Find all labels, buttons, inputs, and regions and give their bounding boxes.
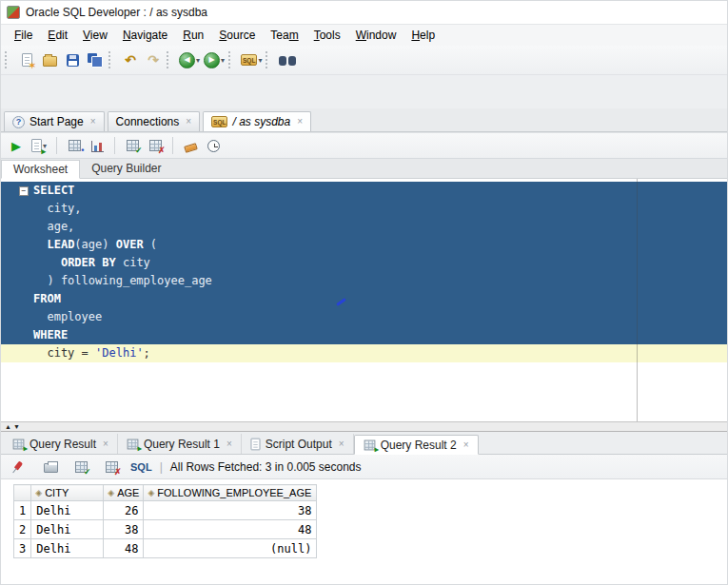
redo-button[interactable]: ↷ [142, 49, 165, 71]
cell-following-employee-age[interactable]: 48 [144, 520, 317, 539]
run-script-button[interactable]: ▸▾ [28, 134, 50, 157]
tab-label: Start Page [30, 115, 84, 128]
menu-run[interactable]: Run [175, 26, 211, 45]
result-arrow-icon: ▸ [138, 444, 142, 452]
code-line: LEAD(age) OVER ( [1, 236, 727, 254]
menu-navigate[interactable]: Navigate [115, 26, 175, 45]
grid-corner-cell[interactable] [14, 485, 31, 501]
back-button[interactable]: ◀▾ [177, 49, 202, 71]
document-tabs: ? Start Page × Connections × SQL / as sy… [1, 108, 727, 132]
forward-button[interactable]: ▶▾ [202, 49, 226, 71]
toolbar-drag-handle [228, 51, 235, 68]
back-dropdown-icon[interactable]: ▾ [196, 56, 200, 65]
help-question-icon: ? [12, 116, 25, 128]
code-token: (age) [74, 238, 115, 251]
table-row[interactable]: 1 Delhi 26 38 [14, 501, 317, 520]
check-icon: ✓ [135, 146, 143, 155]
cell-following-employee-age[interactable]: (null) [144, 539, 317, 558]
code-token [33, 256, 61, 269]
close-tab-icon[interactable]: × [463, 440, 469, 450]
close-tab-icon[interactable]: × [186, 117, 191, 127]
code-token: ) following_employee_age [33, 274, 212, 287]
code-token: ; [144, 346, 150, 360]
menu-file[interactable]: File [7, 26, 40, 45]
new-file-button[interactable]: ✶ [15, 49, 38, 71]
cell-age[interactable]: 48 [104, 539, 144, 558]
table-row[interactable]: 3 Delhi 48 (null) [14, 539, 317, 558]
undo-button[interactable]: ↶ [119, 49, 142, 71]
sql-editor[interactable]: − SELECT city, age, LEAD(age) OVER ( ORD… [1, 179, 727, 421]
show-sql-button[interactable]: SQL [130, 461, 152, 473]
horizontal-splitter[interactable]: ▲ ▼ [1, 421, 727, 432]
tab-query-builder[interactable]: Query Builder [80, 159, 172, 178]
tab-script-output[interactable]: Script Output × [242, 434, 354, 454]
results-toolbar: ✓ ✗ SQL | All Rows Fetched: 3 in 0.005 s… [1, 455, 727, 479]
cell-age[interactable]: 26 [104, 501, 144, 520]
cell-city[interactable]: Delhi [31, 520, 104, 539]
tab-query-result-2[interactable]: ▸ Query Result 2 × [354, 435, 479, 455]
connections-dropdown-icon[interactable]: ▾ [258, 56, 262, 65]
print-button[interactable] [39, 456, 62, 478]
freeze-view-button[interactable] [9, 456, 31, 478]
connections-button[interactable]: SQL▾ [239, 49, 264, 71]
code-token: ( [144, 238, 157, 251]
menu-help[interactable]: Help [403, 26, 443, 45]
edit-grid-button[interactable]: ✓ [69, 456, 92, 478]
plan-dot-icon: • [81, 146, 84, 155]
column-header-age[interactable]: ◈AGE [104, 485, 144, 501]
code-token: WHERE [33, 328, 68, 341]
close-tab-icon[interactable]: × [90, 117, 96, 127]
workspace-background [1, 74, 727, 108]
close-tab-icon[interactable]: × [226, 439, 232, 449]
table-row[interactable]: 2 Delhi 38 48 [14, 520, 317, 539]
save-all-button[interactable] [84, 49, 107, 71]
open-file-button[interactable] [38, 49, 61, 71]
menu-tools[interactable]: Tools [306, 26, 348, 45]
menu-edit[interactable]: Edit [40, 26, 75, 45]
cell-city[interactable]: Delhi [31, 539, 104, 558]
column-header-following-employee-age[interactable]: ◈FOLLOWING_EMPLOYEE_AGE [144, 485, 317, 501]
tab-query-result-1[interactable]: ▸ Query Result 1 × [118, 434, 242, 454]
splitter-down-icon[interactable]: ▼ [13, 423, 20, 430]
tab-worksheet[interactable]: Worksheet [1, 160, 80, 179]
close-tab-icon[interactable]: × [297, 117, 303, 127]
find-button[interactable] [276, 49, 299, 71]
menu-source[interactable]: Source [211, 26, 263, 45]
cell-city[interactable]: Delhi [31, 501, 104, 520]
clear-worksheet-button[interactable] [179, 134, 202, 157]
run-statement-button[interactable]: ▶ [5, 134, 28, 157]
commit-button[interactable]: ✓ [121, 134, 144, 157]
tab-connections[interactable]: Connections × [108, 111, 201, 131]
tab-as-sysdba[interactable]: SQL / as sysdba × [203, 111, 311, 131]
toolbar-separator: | [160, 460, 163, 474]
open-folder-icon [43, 56, 57, 67]
menu-view[interactable]: View [75, 26, 115, 45]
forward-dropdown-icon[interactable]: ▾ [221, 56, 225, 65]
save-icon [67, 54, 79, 67]
sql-history-button[interactable] [202, 134, 225, 157]
oracle-sql-developer-window: Oracle SQL Developer : / as sysdba File … [0, 0, 728, 585]
script-output-icon [250, 438, 260, 450]
toolbar-drag-handle [5, 51, 11, 68]
rollback-button[interactable]: ✗ [144, 134, 167, 157]
star-icon: ✶ [29, 62, 36, 70]
tab-start-page[interactable]: ? Start Page × [4, 111, 105, 131]
splitter-up-icon[interactable]: ▲ [5, 423, 11, 430]
explain-plan-button[interactable]: • [63, 134, 86, 157]
autotrace-button[interactable] [86, 134, 108, 157]
discard-grid-button[interactable]: ✗ [100, 456, 123, 478]
close-tab-icon[interactable]: × [339, 439, 344, 449]
main-toolbar: ✶ ↶ ↷ ◀▾ ▶▾ SQL▾ [1, 46, 727, 74]
code-fold-toggle[interactable]: − [19, 186, 29, 196]
column-header-city[interactable]: ◈CITY [31, 485, 104, 501]
save-button[interactable] [61, 49, 84, 71]
code-token: city [116, 256, 150, 269]
menu-team[interactable]: Team [263, 26, 305, 45]
close-tab-icon[interactable]: × [103, 439, 108, 449]
menu-window[interactable]: Window [348, 26, 404, 45]
table-grid-icon: ▸ [13, 439, 25, 449]
tab-label: Connections [116, 115, 180, 128]
cell-age[interactable]: 38 [104, 520, 144, 539]
cell-following-employee-age[interactable]: 38 [144, 501, 317, 520]
tab-query-result[interactable]: ▸ Query Result × [4, 434, 118, 454]
